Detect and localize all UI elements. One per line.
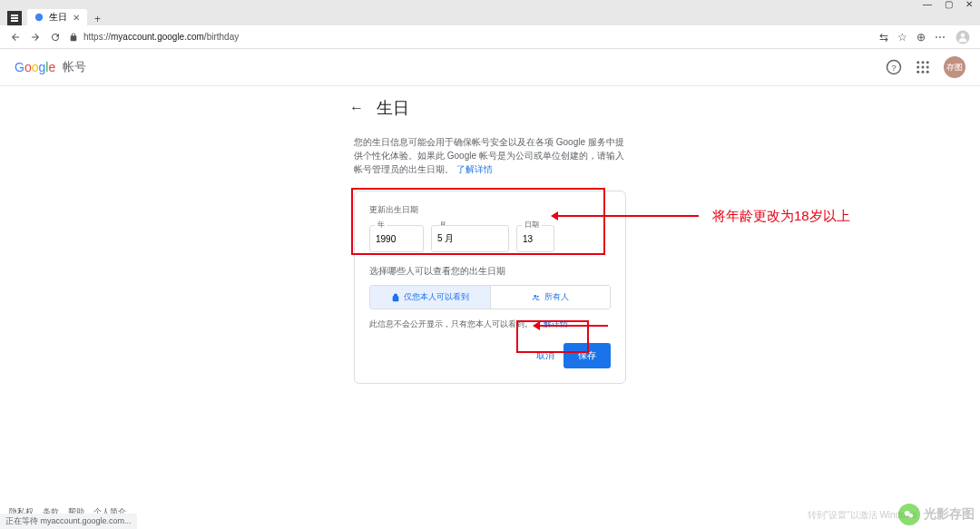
birthday-inputs: 年 月 日期 bbox=[369, 225, 611, 252]
description-text: 您的生日信息可能会用于确保帐号安全以及在各项 Google 服务中提供个性化体验… bbox=[354, 135, 626, 176]
svg-point-8 bbox=[916, 61, 919, 64]
browser-tab[interactable]: 生日 ✕ bbox=[27, 9, 87, 25]
svg-point-17 bbox=[534, 295, 536, 298]
day-label: 日期 bbox=[522, 220, 542, 230]
svg-rect-0 bbox=[11, 15, 18, 16]
visibility-only-you[interactable]: 仅您本人可以看到 bbox=[370, 286, 490, 309]
svg-point-10 bbox=[926, 61, 929, 64]
svg-rect-1 bbox=[11, 17, 18, 19]
page-header: Google 帐号 ? 存图 bbox=[0, 49, 980, 86]
address-bar: https://myaccount.google.com/birthday ⇆ … bbox=[0, 25, 980, 49]
svg-point-15 bbox=[922, 71, 925, 73]
menu-icon[interactable]: ⋯ bbox=[935, 31, 946, 44]
visibility-toggle: 仅您本人可以看到 所有人 bbox=[369, 285, 611, 309]
save-button[interactable]: 保存 bbox=[564, 343, 611, 368]
google-logo: Google bbox=[15, 60, 55, 74]
lock-icon bbox=[69, 33, 78, 42]
svg-point-12 bbox=[922, 66, 925, 69]
back-arrow-icon[interactable]: ← bbox=[349, 100, 364, 116]
reading-list-icon[interactable]: ⊕ bbox=[916, 31, 926, 44]
cancel-button[interactable]: 取消 bbox=[536, 349, 554, 362]
wechat-text: 光影存图 bbox=[924, 506, 975, 523]
wechat-icon bbox=[898, 504, 920, 525]
svg-point-9 bbox=[922, 61, 925, 64]
address-bar-actions: ⇆ ☆ ⊕ ⋯ bbox=[879, 29, 971, 45]
window-controls: — ▢ ✕ bbox=[0, 0, 980, 7]
main-content: ← 生日 您的生日信息可能会用于确保帐号安全以及在各项 Google 服务中提供… bbox=[0, 86, 980, 384]
annotation-arrow-1 bbox=[554, 215, 699, 217]
svg-point-3 bbox=[35, 14, 43, 21]
year-label: 年 bbox=[375, 220, 387, 230]
apps-icon[interactable] bbox=[915, 59, 931, 75]
avatar[interactable]: 存图 bbox=[944, 56, 965, 78]
birthday-card: 更新出生日期 年 月 日期 选择哪些人可以查看您的出生日期 仅您本人可以看到 bbox=[354, 191, 626, 384]
account-label: 帐号 bbox=[63, 59, 86, 75]
new-tab-button[interactable]: + bbox=[87, 13, 108, 25]
svg-point-13 bbox=[926, 66, 929, 69]
month-select[interactable] bbox=[431, 225, 509, 252]
logo[interactable]: Google 帐号 bbox=[15, 59, 86, 75]
status-bar: 正在等待 myaccount.google.com... bbox=[0, 514, 137, 529]
window-close-button[interactable]: ✕ bbox=[965, 0, 973, 9]
svg-point-16 bbox=[926, 71, 929, 73]
tab-list-icon[interactable] bbox=[7, 11, 22, 25]
svg-point-18 bbox=[536, 295, 538, 297]
svg-rect-2 bbox=[11, 20, 18, 22]
wechat-watermark: 光影存图 bbox=[898, 504, 975, 525]
card-actions: 取消 保存 bbox=[369, 343, 611, 368]
tab-title: 生日 bbox=[49, 11, 67, 24]
refresh-button[interactable] bbox=[49, 31, 62, 44]
visibility-everyone[interactable]: 所有人 bbox=[490, 286, 611, 309]
people-icon bbox=[532, 293, 541, 302]
annotation-arrow-2 bbox=[535, 325, 608, 327]
favorite-icon[interactable]: ☆ bbox=[897, 31, 907, 44]
profile-icon[interactable] bbox=[955, 29, 971, 45]
learn-more-link[interactable]: 了解详情 bbox=[456, 164, 493, 174]
maximize-button[interactable]: ▢ bbox=[945, 0, 953, 9]
translate-icon[interactable]: ⇆ bbox=[879, 31, 888, 44]
url-text: https://myaccount.google.com/birthday bbox=[83, 32, 239, 42]
back-button[interactable] bbox=[9, 31, 22, 44]
visibility-label: 选择哪些人可以查看您的出生日期 bbox=[369, 265, 611, 278]
minimize-button[interactable]: — bbox=[923, 0, 932, 9]
tab-close-icon[interactable]: ✕ bbox=[73, 13, 80, 23]
svg-point-5 bbox=[961, 33, 965, 37]
lock-icon bbox=[391, 293, 400, 302]
annotation-text: 将年龄更改为18岁以上 bbox=[712, 208, 850, 225]
svg-point-14 bbox=[916, 71, 919, 73]
tab-bar: 生日 ✕ + bbox=[0, 7, 980, 25]
google-favicon-icon bbox=[34, 13, 44, 22]
page-title: 生日 bbox=[377, 97, 409, 119]
forward-button[interactable] bbox=[29, 31, 42, 44]
url-input[interactable]: https://myaccount.google.com/birthday bbox=[69, 32, 872, 42]
svg-point-20 bbox=[908, 514, 913, 518]
help-icon[interactable]: ? bbox=[886, 59, 902, 75]
svg-point-11 bbox=[916, 66, 919, 69]
svg-text:?: ? bbox=[891, 63, 897, 73]
